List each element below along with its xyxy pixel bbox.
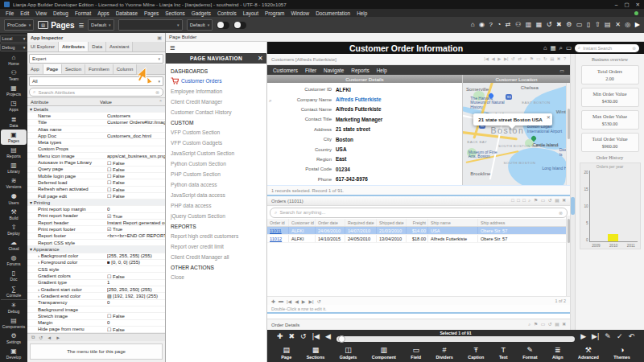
nav-item[interactable]: Python Custom Section <box>166 158 266 169</box>
sidebar-item-develop[interactable]: ▣ Develop <box>1 347 27 362</box>
nav-item[interactable]: Close <box>166 272 266 282</box>
nav-hamburger-icon[interactable]: ≡ <box>170 43 175 51</box>
app-menu-item[interactable]: Navigate <box>324 68 344 73</box>
first-icon[interactable]: |◀ <box>287 298 291 304</box>
inspector-tab[interactable]: Attributes <box>59 42 89 51</box>
scope-tab[interactable]: Section <box>62 64 85 74</box>
menu-item[interactable]: Documentation <box>316 10 350 16</box>
hamburger-icon[interactable]: ≡ <box>79 21 84 29</box>
attr-row[interactable]: › Foreground color ■ [0, 0, 0] (255) <box>27 260 165 266</box>
attr-row[interactable]: Title Customer Orders#litz:/images/s... <box>27 120 165 126</box>
tile-icon[interactable]: □ <box>522 198 526 204</box>
sidebar-item-components[interactable]: ▤ Components <box>1 315 27 331</box>
attr-row[interactable]: Report header Instant Report generated o… <box>27 220 165 226</box>
refresh-icon[interactable]: ↺ <box>511 56 515 62</box>
column-header[interactable]: Shipped date <box>377 219 407 226</box>
prev-record-icon[interactable]: ◀ <box>325 333 331 340</box>
last-icon[interactable]: ▶| <box>308 298 313 304</box>
order-id-link[interactable]: 11012 <box>267 235 289 242</box>
sidebar-item-users[interactable]: ⚉ Users <box>1 191 27 207</box>
attr-row[interactable]: Deferred load ☐ False <box>27 179 165 186</box>
sidebar-item-library[interactable]: ▥ Library <box>1 161 27 176</box>
sidebar-item-debug[interactable]: ✳ Debug <box>1 299 27 315</box>
attr-row[interactable]: Print report top margin 0 <box>27 206 165 212</box>
sidebar-item-console[interactable]: ∑ Console <box>1 284 27 299</box>
menu-item[interactable]: Gadgets <box>192 10 211 16</box>
close-icon[interactable]: ✕ <box>615 22 621 28</box>
tile-icon[interactable]: □ <box>517 198 520 204</box>
orders-grid-row[interactable]: 11012 ALFKI14/10/201524/05/2010 13/04/20… <box>267 235 570 243</box>
run-icon[interactable]: ▶ <box>635 22 640 28</box>
window-icon[interactable]: ▭ <box>541 322 545 327</box>
attr-row[interactable]: Name Customers <box>27 113 165 119</box>
clear-search-icon[interactable]: ⊗ <box>559 210 563 216</box>
orders-search-input[interactable]: ⌕ Search for anything... ⊗ <box>270 208 568 218</box>
delete-icon[interactable]: ✖ <box>562 322 566 327</box>
toolbar-item-dividers[interactable]: # Dividers <box>436 347 452 360</box>
menu-item[interactable]: File <box>6 10 14 16</box>
scope-tab[interactable]: Column <box>114 64 138 74</box>
instant-search-input[interactable]: ⌕ Instant Search ⊗ <box>575 44 639 52</box>
flag-icon[interactable]: ⚑ <box>534 198 538 204</box>
refresh-icon[interactable]: ↺ <box>548 322 552 327</box>
local-select[interactable]: Local▾ <box>0 35 28 43</box>
maximize-button[interactable]: ▢ <box>624 2 629 8</box>
sidebar-item-data[interactable]: ≣ Data <box>1 114 27 130</box>
procode-select[interactable]: ProCode▾ <box>4 19 34 31</box>
toolbar-item-field[interactable]: ▭ Field <box>411 347 421 360</box>
refresh-icon[interactable]: ↺ <box>300 333 307 340</box>
sidebar-item-home[interactable]: ⌂ Home <box>1 52 27 68</box>
nav-item[interactable]: Report high credit customers <box>166 231 266 241</box>
nav-item[interactable]: Python data access <box>166 179 266 190</box>
attr-row[interactable]: › Background color [255, 255, 255] (255) <box>27 253 165 260</box>
form-icon[interactable]: ▯ <box>587 22 590 28</box>
print-icon[interactable]: ▤ <box>555 198 559 204</box>
attr-row[interactable]: Query page ☐ False <box>27 167 165 173</box>
search-icon[interactable]: ⌕ <box>528 198 530 204</box>
swap-icon[interactable]: ⇄ <box>518 56 522 62</box>
nav-item[interactable]: Employee Information <box>166 86 266 97</box>
delete-row-icon[interactable]: ▬ <box>279 298 283 303</box>
panel-splitter[interactable] <box>570 54 575 330</box>
search-icon[interactable]: ⌕ <box>559 44 563 52</box>
menu-item[interactable]: View <box>35 10 47 16</box>
refresh-icon[interactable]: ↺ <box>317 298 321 304</box>
nav-item[interactable]: JavaScript Custom Section <box>166 148 266 158</box>
column-header[interactable]: Ship address <box>478 219 570 226</box>
refresh-icon[interactable]: ↺ <box>548 198 552 204</box>
menu-item[interactable]: Help <box>357 10 367 16</box>
nav-item[interactable]: PHP Custom Section <box>166 169 266 179</box>
prev-icon[interactable]: ◀ <box>295 298 299 304</box>
attr-row[interactable]: Refresh when activated ☐ False <box>27 187 165 193</box>
settings-icon[interactable]: ⚙ <box>566 22 572 28</box>
search-icon[interactable]: ⌕ <box>524 56 526 62</box>
flag-icon[interactable]: ⚑ <box>534 322 538 327</box>
confirm-icon[interactable]: ✓ <box>617 333 623 340</box>
sidebar-item-projects[interactable]: ▦ Projects <box>1 84 27 99</box>
attr-row[interactable]: Custom Props <box>27 146 165 153</box>
toolbar-item-caption[interactable]: Ŧ Caption <box>468 347 484 360</box>
theme-select[interactable]: Default▾ <box>88 19 114 31</box>
nav-item[interactable]: JavaScript data access <box>166 190 266 200</box>
package-icon[interactable]: ▤ <box>605 22 611 28</box>
attr-filter-select[interactable]: All▾ <box>29 76 163 86</box>
first-record-icon[interactable]: |◀ <box>312 333 320 340</box>
history-icon[interactable]: ◔ <box>497 22 502 28</box>
attr-row[interactable]: Report footer <br><br>END OF REPORT<br> <box>27 233 165 240</box>
sidebar-item-cloud[interactable]: ☁ Cloud <box>1 238 27 253</box>
nav-item[interactable]: Customer Contact History <box>166 107 266 117</box>
attr-row[interactable]: Margin 0 <box>27 320 165 327</box>
tile-icon[interactable]: □ <box>511 198 514 204</box>
refresh-icon[interactable]: ↺ <box>547 22 552 28</box>
delete-icon[interactable]: ✖ <box>556 22 562 28</box>
toolbar-item-sections[interactable]: ▦ Sections <box>307 347 324 360</box>
add-record-icon[interactable]: ✚ <box>277 333 283 340</box>
toolbar-item-format[interactable]: ✎ Format <box>522 347 537 360</box>
first-record-icon[interactable]: |◀ <box>484 56 489 62</box>
search-icon[interactable]: ⌕ <box>528 322 530 327</box>
detach-icon[interactable]: ▣ <box>157 35 162 40</box>
sidebar-item-build[interactable]: ⚒ Build <box>1 207 27 222</box>
next-record-icon[interactable]: ▶ <box>497 56 501 62</box>
sidebar-item-team[interactable]: ⚇ Team <box>1 68 27 83</box>
menu-item[interactable]: Database <box>116 10 138 16</box>
